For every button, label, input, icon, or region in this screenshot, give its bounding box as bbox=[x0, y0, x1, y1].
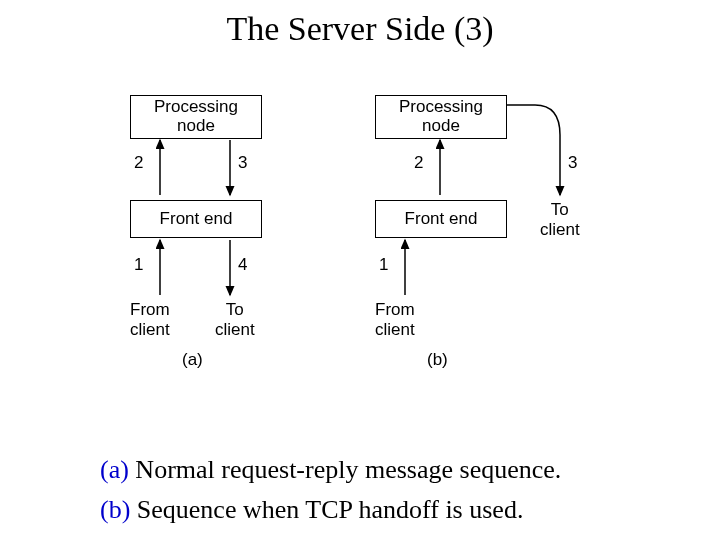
page-title: The Server Side (3) bbox=[0, 10, 720, 48]
slide: The Server Side (3) Processing node Fro bbox=[0, 0, 720, 540]
a-processing-node-label: Processing node bbox=[131, 98, 261, 135]
a-arrow-2-label: 2 bbox=[134, 153, 143, 173]
a-arrow-3-label: 3 bbox=[238, 153, 247, 173]
b-tag: (b) bbox=[427, 350, 448, 370]
caption-b: (b) Sequence when TCP handoff is used. bbox=[100, 495, 523, 525]
a-tag: (a) bbox=[182, 350, 203, 370]
a-front-end-box: Front end bbox=[130, 200, 262, 238]
a-arrow-1-label: 1 bbox=[134, 255, 143, 275]
a-arrow-4-label: 4 bbox=[238, 255, 247, 275]
b-front-end-label: Front end bbox=[376, 210, 506, 229]
figure: Processing node Front end 2 3 1 4 From c… bbox=[120, 95, 600, 385]
caption-a: (a) Normal request-reply message sequenc… bbox=[100, 455, 561, 485]
b-from-client-label: From client bbox=[375, 300, 415, 340]
b-processing-node-label: Processing node bbox=[376, 98, 506, 135]
caption-a-prefix: (a) bbox=[100, 455, 129, 484]
a-to-client-label: To client bbox=[215, 300, 255, 340]
b-front-end-box: Front end bbox=[375, 200, 507, 238]
a-processing-node-box: Processing node bbox=[130, 95, 262, 139]
a-front-end-label: Front end bbox=[131, 210, 261, 229]
caption-b-text: Sequence when TCP handoff is used. bbox=[130, 495, 523, 524]
a-from-client-label: From client bbox=[130, 300, 170, 340]
b-arrow-2-label: 2 bbox=[414, 153, 423, 173]
b-arrow-1-label: 1 bbox=[379, 255, 388, 275]
caption-a-text: Normal request-reply message sequence. bbox=[129, 455, 561, 484]
b-to-client-label: To client bbox=[540, 200, 580, 240]
caption-b-prefix: (b) bbox=[100, 495, 130, 524]
b-arrow-3-label: 3 bbox=[568, 153, 577, 173]
b-processing-node-box: Processing node bbox=[375, 95, 507, 139]
